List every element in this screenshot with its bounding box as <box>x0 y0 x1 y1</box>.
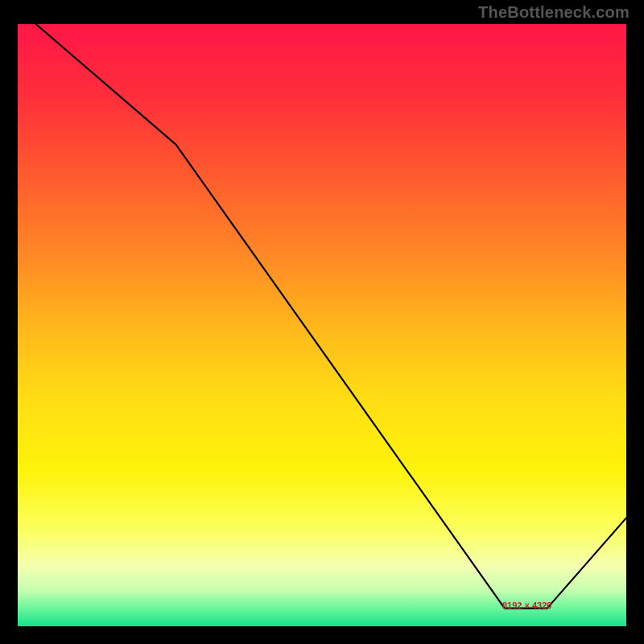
resolution-annotation: 8192 × 4320 <box>502 601 551 610</box>
gradient-background <box>18 24 626 626</box>
chart-canvas <box>18 24 626 626</box>
chart-area: 8192 × 4320 <box>18 24 626 626</box>
attribution-text: TheBottleneck.com <box>478 3 630 22</box>
